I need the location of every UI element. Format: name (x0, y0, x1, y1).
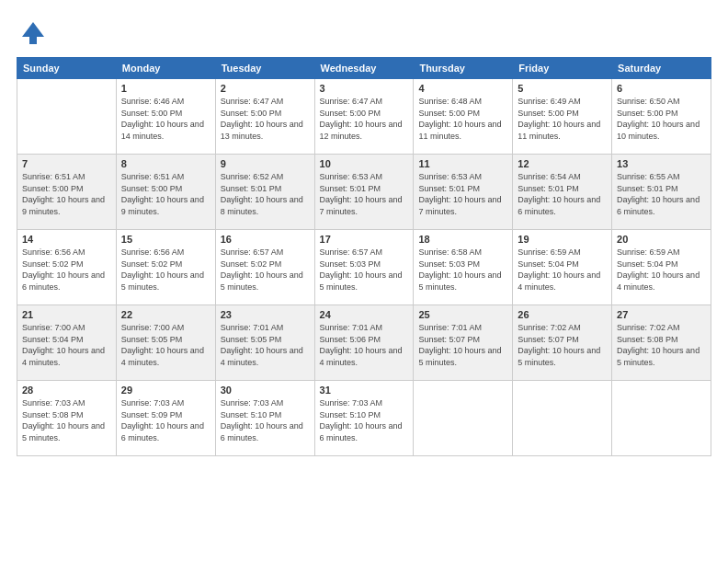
day-info: Sunrise: 6:51 AMSunset: 5:00 PMDaylight:… (22, 171, 111, 217)
calendar-cell: 9Sunrise: 6:52 AMSunset: 5:01 PMDaylight… (215, 155, 314, 230)
calendar-cell: 2Sunrise: 6:47 AMSunset: 5:00 PMDaylight… (215, 79, 314, 155)
calendar-cell: 4Sunrise: 6:48 AMSunset: 5:00 PMDaylight… (414, 79, 513, 155)
day-info: Sunrise: 7:02 AMSunset: 5:07 PMDaylight:… (518, 322, 607, 368)
calendar-cell: 21Sunrise: 7:00 AMSunset: 5:04 PMDayligh… (17, 305, 117, 381)
svg-marker-0 (22, 22, 44, 37)
day-info: Sunrise: 7:01 AMSunset: 5:07 PMDaylight:… (418, 322, 507, 368)
calendar-week-row: 7Sunrise: 6:51 AMSunset: 5:00 PMDaylight… (17, 155, 711, 230)
calendar-week-row: 28Sunrise: 7:03 AMSunset: 5:08 PMDayligh… (17, 381, 711, 456)
calendar-cell: 20Sunrise: 6:59 AMSunset: 5:04 PMDayligh… (612, 230, 711, 305)
day-info: Sunrise: 7:01 AMSunset: 5:05 PMDaylight:… (221, 322, 310, 368)
day-info: Sunrise: 6:59 AMSunset: 5:04 PMDaylight:… (518, 247, 607, 293)
calendar-cell: 15Sunrise: 6:56 AMSunset: 5:02 PMDayligh… (116, 230, 215, 305)
page-container: Sunday Monday Tuesday Wednesday Thursday… (0, 0, 728, 563)
calendar-cell: 8Sunrise: 6:51 AMSunset: 5:00 PMDaylight… (116, 155, 215, 230)
day-number: 24 (320, 309, 409, 320)
day-number: 25 (418, 309, 507, 320)
header-sunday: Sunday (17, 58, 117, 79)
calendar-cell (414, 381, 513, 456)
calendar-cell: 3Sunrise: 6:47 AMSunset: 5:00 PMDaylight… (314, 79, 414, 155)
calendar-cell: 18Sunrise: 6:58 AMSunset: 5:03 PMDayligh… (414, 230, 513, 305)
calendar-cell: 23Sunrise: 7:01 AMSunset: 5:05 PMDayligh… (215, 305, 314, 381)
day-info: Sunrise: 7:03 AMSunset: 5:10 PMDaylight:… (320, 397, 409, 443)
header-friday: Friday (513, 58, 612, 79)
calendar-cell: 19Sunrise: 6:59 AMSunset: 5:04 PMDayligh… (513, 230, 612, 305)
calendar-cell: 28Sunrise: 7:03 AMSunset: 5:08 PMDayligh… (17, 381, 117, 456)
calendar-cell: 22Sunrise: 7:00 AMSunset: 5:05 PMDayligh… (116, 305, 215, 381)
day-number: 28 (22, 385, 111, 396)
day-number: 29 (121, 385, 210, 396)
day-number: 22 (121, 309, 210, 320)
day-number: 18 (418, 234, 507, 245)
day-number: 7 (22, 158, 111, 169)
day-number: 16 (221, 234, 310, 245)
day-number: 11 (418, 158, 507, 169)
day-number: 3 (320, 83, 409, 94)
calendar-cell: 11Sunrise: 6:53 AMSunset: 5:01 PMDayligh… (414, 155, 513, 230)
day-info: Sunrise: 7:03 AMSunset: 5:08 PMDaylight:… (22, 397, 111, 443)
calendar-cell: 13Sunrise: 6:55 AMSunset: 5:01 PMDayligh… (612, 155, 711, 230)
calendar-cell: 10Sunrise: 6:53 AMSunset: 5:01 PMDayligh… (314, 155, 414, 230)
header-tuesday: Tuesday (215, 58, 314, 79)
day-number: 1 (121, 83, 210, 94)
day-info: Sunrise: 6:55 AMSunset: 5:01 PMDaylight:… (617, 171, 706, 217)
header-thursday: Thursday (414, 58, 513, 79)
day-info: Sunrise: 6:54 AMSunset: 5:01 PMDaylight:… (518, 171, 607, 217)
header (17, 17, 711, 48)
day-info: Sunrise: 6:57 AMSunset: 5:02 PMDaylight:… (221, 247, 310, 293)
day-number: 10 (320, 158, 409, 169)
calendar-cell: 6Sunrise: 6:50 AMSunset: 5:00 PMDaylight… (612, 79, 711, 155)
day-info: Sunrise: 7:03 AMSunset: 5:09 PMDaylight:… (121, 397, 210, 443)
day-info: Sunrise: 6:56 AMSunset: 5:02 PMDaylight:… (121, 247, 210, 293)
day-number: 12 (518, 158, 607, 169)
day-info: Sunrise: 6:53 AMSunset: 5:01 PMDaylight:… (320, 171, 409, 217)
calendar-cell: 29Sunrise: 7:03 AMSunset: 5:09 PMDayligh… (116, 381, 215, 456)
calendar-cell: 27Sunrise: 7:02 AMSunset: 5:08 PMDayligh… (612, 305, 711, 381)
day-info: Sunrise: 6:50 AMSunset: 5:00 PMDaylight:… (617, 96, 706, 142)
calendar-cell: 30Sunrise: 7:03 AMSunset: 5:10 PMDayligh… (215, 381, 314, 456)
day-info: Sunrise: 6:47 AMSunset: 5:00 PMDaylight:… (320, 96, 409, 142)
day-number: 4 (418, 83, 507, 94)
day-info: Sunrise: 6:46 AMSunset: 5:00 PMDaylight:… (121, 96, 210, 142)
calendar-cell: 16Sunrise: 6:57 AMSunset: 5:02 PMDayligh… (215, 230, 314, 305)
day-info: Sunrise: 6:48 AMSunset: 5:00 PMDaylight:… (418, 96, 507, 142)
weekday-header-row: Sunday Monday Tuesday Wednesday Thursday… (17, 58, 711, 79)
day-info: Sunrise: 7:01 AMSunset: 5:06 PMDaylight:… (320, 322, 409, 368)
day-info: Sunrise: 6:58 AMSunset: 5:03 PMDaylight:… (418, 247, 507, 293)
calendar-week-row: 1Sunrise: 6:46 AMSunset: 5:00 PMDaylight… (17, 79, 711, 155)
day-info: Sunrise: 6:51 AMSunset: 5:00 PMDaylight:… (121, 171, 210, 217)
day-number: 19 (518, 234, 607, 245)
calendar-week-row: 21Sunrise: 7:00 AMSunset: 5:04 PMDayligh… (17, 305, 711, 381)
day-number: 8 (121, 158, 210, 169)
calendar-table: Sunday Monday Tuesday Wednesday Thursday… (17, 57, 711, 456)
day-info: Sunrise: 7:03 AMSunset: 5:10 PMDaylight:… (221, 397, 310, 443)
day-number: 27 (617, 309, 706, 320)
day-number: 6 (617, 83, 706, 94)
day-number: 31 (320, 385, 409, 396)
day-info: Sunrise: 7:02 AMSunset: 5:08 PMDaylight:… (617, 322, 706, 368)
day-info: Sunrise: 6:49 AMSunset: 5:00 PMDaylight:… (518, 96, 607, 142)
day-number: 26 (518, 309, 607, 320)
calendar-cell: 12Sunrise: 6:54 AMSunset: 5:01 PMDayligh… (513, 155, 612, 230)
day-info: Sunrise: 7:00 AMSunset: 5:05 PMDaylight:… (121, 322, 210, 368)
day-number: 15 (121, 234, 210, 245)
calendar-cell: 24Sunrise: 7:01 AMSunset: 5:06 PMDayligh… (314, 305, 414, 381)
day-info: Sunrise: 6:56 AMSunset: 5:02 PMDaylight:… (22, 247, 111, 293)
logo (17, 17, 48, 48)
calendar-cell: 7Sunrise: 6:51 AMSunset: 5:00 PMDaylight… (17, 155, 117, 230)
calendar-cell (17, 79, 117, 155)
header-saturday: Saturday (612, 58, 711, 79)
day-number: 23 (221, 309, 310, 320)
calendar-cell: 5Sunrise: 6:49 AMSunset: 5:00 PMDaylight… (513, 79, 612, 155)
day-number: 20 (617, 234, 706, 245)
calendar-cell: 31Sunrise: 7:03 AMSunset: 5:10 PMDayligh… (314, 381, 414, 456)
calendar-week-row: 14Sunrise: 6:56 AMSunset: 5:02 PMDayligh… (17, 230, 711, 305)
logo-icon (18, 18, 48, 48)
day-number: 14 (22, 234, 111, 245)
calendar-cell: 1Sunrise: 6:46 AMSunset: 5:00 PMDaylight… (116, 79, 215, 155)
day-info: Sunrise: 6:53 AMSunset: 5:01 PMDaylight:… (418, 171, 507, 217)
day-number: 9 (221, 158, 310, 169)
day-number: 5 (518, 83, 607, 94)
day-number: 2 (221, 83, 310, 94)
day-number: 21 (22, 309, 111, 320)
